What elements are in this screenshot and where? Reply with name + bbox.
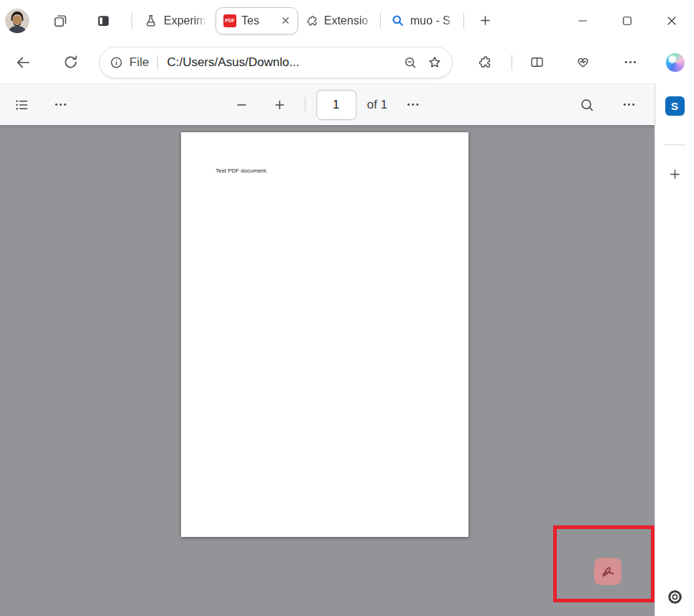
pdf-toolbar-right [573, 91, 643, 119]
tab-search-results[interactable]: muo - S [385, 6, 463, 35]
close-window-icon [665, 14, 679, 28]
sidebar-add-button[interactable] [661, 160, 688, 188]
toolbar-separator [305, 97, 305, 113]
toc-button[interactable] [7, 91, 36, 119]
window-minimize-button[interactable] [560, 5, 605, 37]
refresh-icon [63, 54, 79, 70]
zoom-out-button[interactable] [227, 91, 256, 119]
browser-window: Experim PDF Tes Extensio [0, 0, 694, 616]
tab-strip: Experim PDF Tes Extensio [0, 0, 694, 41]
settings-gear-icon [666, 588, 684, 606]
pdf-page[interactable]: Test PDF document. [181, 132, 468, 537]
search-icon [579, 97, 595, 113]
search-favicon-icon [391, 14, 404, 27]
main-area: of 1 [0, 83, 694, 616]
page-count-label: of 1 [367, 98, 387, 112]
tab-separator [131, 13, 132, 29]
minimize-icon [575, 14, 590, 28]
edge-sidebar: S [654, 83, 694, 616]
pdf-zoom-page-controls: of 1 [227, 90, 427, 120]
more-options-icon [621, 97, 637, 112]
sidebar-divider [665, 144, 685, 145]
back-arrow-icon [14, 54, 32, 71]
minus-icon [233, 97, 249, 113]
pdf-page-text: Test PDF document. [216, 167, 267, 174]
tab-experiments[interactable]: Experim [138, 6, 213, 35]
browser-essentials-button[interactable] [568, 48, 597, 77]
address-separator [157, 55, 158, 70]
maximize-icon [620, 14, 634, 28]
address-bar[interactable]: File C:/Users/Asus/Downlo... [99, 47, 453, 78]
tab-extensions[interactable]: Extensio [300, 6, 380, 35]
pdf-more-left-button[interactable] [46, 91, 75, 119]
more-options-icon [623, 55, 638, 70]
sidebar-app-button[interactable]: S [665, 96, 685, 116]
tab-separator [463, 13, 464, 29]
more-options-icon [406, 97, 421, 112]
pdf-more-center-button[interactable] [399, 91, 427, 119]
avatar-photo-icon [5, 9, 29, 33]
zoom-out-indicator-icon[interactable] [403, 55, 417, 70]
refresh-button[interactable] [56, 48, 85, 77]
tab-separator [380, 13, 381, 29]
split-screen-button[interactable] [522, 48, 551, 77]
tab-title: muo - S [410, 14, 458, 27]
browser-essentials-icon [575, 55, 591, 70]
address-url[interactable]: C:/Users/Asus/Downlo... [167, 55, 394, 70]
close-icon [280, 15, 291, 26]
adobe-acrobat-icon [600, 564, 616, 580]
pdf-search-button[interactable] [573, 91, 601, 119]
pdf-toolbar: of 1 [0, 83, 654, 125]
tab-title: Experim [164, 14, 207, 27]
tab-title: Tes [241, 14, 274, 27]
table-of-contents-icon [14, 97, 29, 113]
window-close-button[interactable] [649, 5, 694, 37]
plus-icon [478, 13, 493, 28]
tab-actions-button[interactable] [90, 7, 117, 35]
plus-icon [667, 167, 683, 182]
sidebar-settings-button[interactable] [661, 583, 688, 610]
flask-icon [144, 14, 158, 28]
address-scheme-label: File [129, 55, 149, 70]
profile-avatar[interactable] [5, 9, 29, 33]
copilot-button[interactable] [666, 53, 685, 72]
back-button[interactable] [9, 48, 37, 77]
content-column: of 1 [0, 83, 654, 616]
more-options-icon [53, 97, 68, 112]
red-highlight-box [553, 525, 654, 602]
page-info-icon[interactable] [109, 55, 124, 70]
adobe-acrobat-chip-button[interactable] [594, 558, 621, 585]
settings-and-more-button[interactable] [616, 48, 644, 77]
window-maximize-button[interactable] [605, 5, 649, 37]
tab-title: Extensio [324, 14, 374, 27]
extensions-button[interactable] [470, 48, 499, 77]
vertical-tabs-icon [96, 13, 111, 29]
extensions-puzzle-icon [477, 55, 492, 70]
favorites-star-icon[interactable] [427, 55, 443, 70]
sidebar-app-letter: S [671, 100, 678, 112]
navigation-toolbar: File C:/Users/Asus/Downlo... [0, 41, 694, 83]
toolbar-separator [512, 55, 512, 70]
zoom-in-button[interactable] [265, 91, 294, 119]
extensions-favicon-icon [305, 14, 318, 27]
pdf-more-right-button[interactable] [614, 91, 643, 119]
new-tab-button[interactable] [471, 7, 499, 35]
workspaces-button[interactable] [47, 7, 74, 35]
tab-close-button[interactable] [276, 12, 295, 30]
workspaces-icon [52, 13, 68, 29]
split-screen-icon [529, 55, 545, 70]
page-number-input[interactable] [316, 90, 356, 120]
tab-test-pdf-active[interactable]: PDF Tes [216, 7, 298, 35]
pdf-favicon: PDF [223, 14, 236, 27]
plus-icon [272, 97, 287, 113]
pdf-viewer-canvas[interactable]: Test PDF document. [0, 125, 654, 616]
